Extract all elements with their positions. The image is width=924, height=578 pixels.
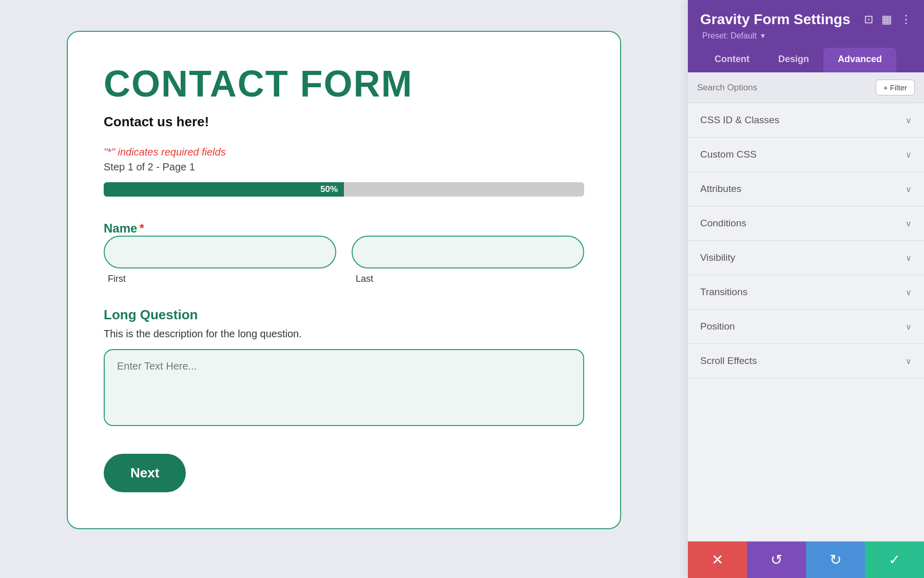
accordion-css-id-classes: CSS ID & Classes ∨ bbox=[688, 103, 924, 138]
accordion-label-position: Position bbox=[700, 321, 735, 332]
accordion-custom-css: Custom CSS ∨ bbox=[688, 138, 924, 172]
accordion-list: CSS ID & Classes ∨ Custom CSS ∨ Attribut… bbox=[688, 103, 924, 541]
form-subtitle: Contact us here! bbox=[104, 114, 584, 130]
name-required-star: * bbox=[139, 221, 144, 235]
accordion-position: Position ∨ bbox=[688, 310, 924, 344]
filter-button[interactable]: + Filter bbox=[876, 80, 915, 95]
reset-button[interactable]: ↺ bbox=[747, 542, 806, 578]
chevron-icon-conditions: ∨ bbox=[906, 219, 912, 228]
long-question-label: Long Question bbox=[104, 307, 584, 323]
panel-title: Gravity Form Settings bbox=[700, 11, 851, 28]
accordion-header-css-id-classes[interactable]: CSS ID & Classes ∨ bbox=[688, 103, 924, 137]
accordion-label-visibility: Visibility bbox=[700, 252, 735, 263]
progress-label: 50% bbox=[320, 184, 338, 195]
progress-bar-fill: 50% bbox=[104, 182, 344, 197]
form-title: CONTACT FORM bbox=[104, 63, 584, 105]
accordion-label-custom-css: Custom CSS bbox=[700, 149, 757, 160]
first-name-label: First bbox=[104, 274, 336, 284]
last-name-label: Last bbox=[352, 274, 584, 284]
chevron-icon-position: ∨ bbox=[906, 322, 912, 332]
accordion-label-attributes: Attributes bbox=[700, 183, 741, 195]
more-options-icon[interactable]: ⋮ bbox=[900, 13, 912, 26]
required-note-text: indicates required fields bbox=[118, 146, 226, 158]
accordion-conditions: Conditions ∨ bbox=[688, 206, 924, 241]
redo-button[interactable]: ↻ bbox=[806, 542, 865, 578]
layout-icon[interactable]: ▦ bbox=[881, 13, 892, 26]
accordion-label-css-id-classes: CSS ID & Classes bbox=[700, 114, 779, 126]
last-name-input[interactable] bbox=[352, 236, 584, 268]
panel-search-row: + Filter bbox=[688, 72, 924, 103]
chevron-icon-custom-css: ∨ bbox=[906, 150, 912, 160]
next-button[interactable]: Next bbox=[104, 454, 186, 492]
required-note: "*" indicates required fields bbox=[104, 146, 584, 158]
form-card: CONTACT FORM Contact us here! "*" indica… bbox=[67, 31, 621, 529]
panel-bottom-toolbar: ✕ ↺ ↻ ✓ bbox=[688, 541, 924, 578]
panel-tabs: Content Design Advanced bbox=[700, 48, 912, 72]
accordion-header-conditions[interactable]: Conditions ∨ bbox=[688, 206, 924, 240]
progress-bar-container: 50% bbox=[104, 182, 584, 197]
accordion-label-scroll-effects: Scroll Effects bbox=[700, 355, 757, 367]
chevron-icon-transitions: ∨ bbox=[906, 287, 912, 297]
accordion-visibility: Visibility ∨ bbox=[688, 241, 924, 275]
name-field-label: Name* bbox=[104, 221, 144, 235]
tab-advanced[interactable]: Advanced bbox=[823, 48, 896, 72]
chevron-icon-scroll-effects: ∨ bbox=[906, 356, 912, 366]
preset-label: Preset: Default bbox=[702, 31, 757, 40]
accordion-header-visibility[interactable]: Visibility ∨ bbox=[688, 241, 924, 275]
required-star-text: "*" bbox=[104, 146, 115, 158]
panel-header: Gravity Form Settings ⊡ ▦ ⋮ Preset: Defa… bbox=[688, 0, 924, 72]
panel-title-icons: ⊡ ▦ ⋮ bbox=[864, 13, 912, 26]
accordion-header-transitions[interactable]: Transitions ∨ bbox=[688, 275, 924, 309]
accordion-header-position[interactable]: Position ∨ bbox=[688, 310, 924, 343]
accordion-label-transitions: Transitions bbox=[700, 286, 747, 298]
panel-preset[interactable]: Preset: Default ▾ bbox=[700, 31, 912, 41]
accordion-label-conditions: Conditions bbox=[700, 218, 746, 229]
long-question-textarea[interactable] bbox=[104, 349, 584, 426]
step-info: Step 1 of 2 - Page 1 bbox=[104, 161, 584, 173]
accordion-header-custom-css[interactable]: Custom CSS ∨ bbox=[688, 138, 924, 171]
name-fields-row bbox=[104, 236, 584, 268]
tab-content[interactable]: Content bbox=[700, 48, 764, 72]
accordion-transitions: Transitions ∨ bbox=[688, 275, 924, 310]
panel-title-row: Gravity Form Settings ⊡ ▦ ⋮ bbox=[700, 11, 912, 28]
accordion-scroll-effects: Scroll Effects ∨ bbox=[688, 344, 924, 378]
search-options-input[interactable] bbox=[697, 83, 871, 93]
chevron-icon-visibility: ∨ bbox=[906, 253, 912, 263]
preset-arrow: ▾ bbox=[761, 31, 765, 40]
form-area: CONTACT FORM Contact us here! "*" indica… bbox=[0, 0, 688, 578]
chevron-icon-attributes: ∨ bbox=[906, 184, 912, 194]
save-button[interactable]: ✓ bbox=[865, 542, 924, 578]
accordion-header-scroll-effects[interactable]: Scroll Effects ∨ bbox=[688, 344, 924, 378]
first-name-input[interactable] bbox=[104, 236, 336, 268]
delete-button[interactable]: ✕ bbox=[688, 542, 747, 578]
accordion-attributes: Attributes ∨ bbox=[688, 172, 924, 206]
chevron-icon-css-id-classes: ∨ bbox=[906, 115, 912, 125]
settings-panel: Gravity Form Settings ⊡ ▦ ⋮ Preset: Defa… bbox=[688, 0, 924, 578]
tab-design[interactable]: Design bbox=[764, 48, 823, 72]
accordion-header-attributes[interactable]: Attributes ∨ bbox=[688, 172, 924, 206]
name-sublabels-row: First Last bbox=[104, 274, 584, 284]
long-question-desc: This is the description for the long que… bbox=[104, 328, 584, 340]
screenshot-icon[interactable]: ⊡ bbox=[864, 13, 873, 26]
